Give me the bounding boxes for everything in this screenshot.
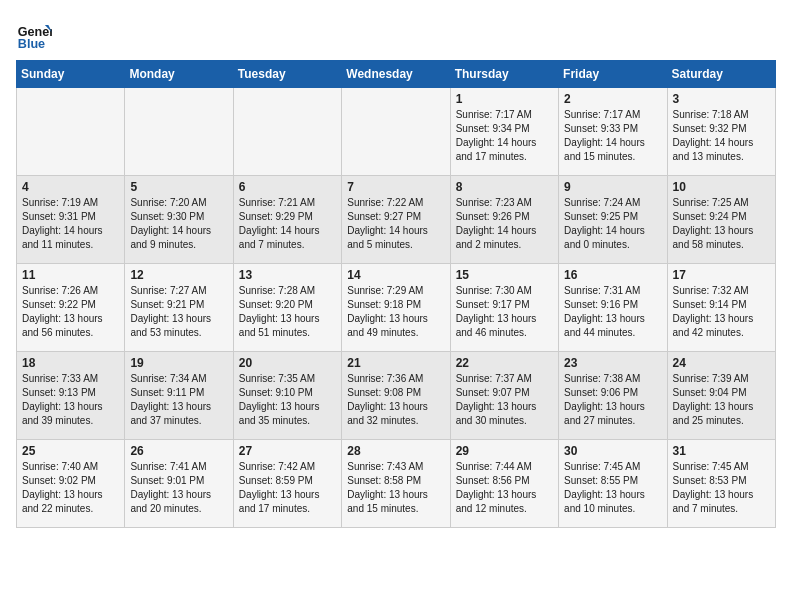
- day-number: 31: [673, 444, 770, 458]
- day-number: 30: [564, 444, 661, 458]
- day-number: 11: [22, 268, 119, 282]
- day-cell: 9Sunrise: 7:24 AM Sunset: 9:25 PM Daylig…: [559, 176, 667, 264]
- calendar-table: SundayMondayTuesdayWednesdayThursdayFrid…: [16, 60, 776, 528]
- day-info: Sunrise: 7:41 AM Sunset: 9:01 PM Dayligh…: [130, 460, 227, 516]
- day-cell: 27Sunrise: 7:42 AM Sunset: 8:59 PM Dayli…: [233, 440, 341, 528]
- day-number: 14: [347, 268, 444, 282]
- day-info: Sunrise: 7:17 AM Sunset: 9:34 PM Dayligh…: [456, 108, 553, 164]
- day-info: Sunrise: 7:21 AM Sunset: 9:29 PM Dayligh…: [239, 196, 336, 252]
- day-cell: 16Sunrise: 7:31 AM Sunset: 9:16 PM Dayli…: [559, 264, 667, 352]
- header-sunday: Sunday: [17, 61, 125, 88]
- week-row-1: 1Sunrise: 7:17 AM Sunset: 9:34 PM Daylig…: [17, 88, 776, 176]
- day-cell: [342, 88, 450, 176]
- day-cell: 10Sunrise: 7:25 AM Sunset: 9:24 PM Dayli…: [667, 176, 775, 264]
- day-cell: 30Sunrise: 7:45 AM Sunset: 8:55 PM Dayli…: [559, 440, 667, 528]
- calendar-header-row: SundayMondayTuesdayWednesdayThursdayFrid…: [17, 61, 776, 88]
- day-cell: 8Sunrise: 7:23 AM Sunset: 9:26 PM Daylig…: [450, 176, 558, 264]
- day-info: Sunrise: 7:30 AM Sunset: 9:17 PM Dayligh…: [456, 284, 553, 340]
- day-number: 25: [22, 444, 119, 458]
- header-tuesday: Tuesday: [233, 61, 341, 88]
- header: General Blue: [16, 16, 776, 52]
- day-info: Sunrise: 7:27 AM Sunset: 9:21 PM Dayligh…: [130, 284, 227, 340]
- day-number: 13: [239, 268, 336, 282]
- day-number: 18: [22, 356, 119, 370]
- day-cell: [17, 88, 125, 176]
- header-wednesday: Wednesday: [342, 61, 450, 88]
- day-info: Sunrise: 7:18 AM Sunset: 9:32 PM Dayligh…: [673, 108, 770, 164]
- day-cell: [125, 88, 233, 176]
- day-number: 28: [347, 444, 444, 458]
- day-cell: 1Sunrise: 7:17 AM Sunset: 9:34 PM Daylig…: [450, 88, 558, 176]
- day-info: Sunrise: 7:31 AM Sunset: 9:16 PM Dayligh…: [564, 284, 661, 340]
- day-cell: 18Sunrise: 7:33 AM Sunset: 9:13 PM Dayli…: [17, 352, 125, 440]
- day-number: 17: [673, 268, 770, 282]
- day-cell: 2Sunrise: 7:17 AM Sunset: 9:33 PM Daylig…: [559, 88, 667, 176]
- day-cell: 23Sunrise: 7:38 AM Sunset: 9:06 PM Dayli…: [559, 352, 667, 440]
- week-row-5: 25Sunrise: 7:40 AM Sunset: 9:02 PM Dayli…: [17, 440, 776, 528]
- day-info: Sunrise: 7:45 AM Sunset: 8:55 PM Dayligh…: [564, 460, 661, 516]
- day-info: Sunrise: 7:43 AM Sunset: 8:58 PM Dayligh…: [347, 460, 444, 516]
- day-cell: 12Sunrise: 7:27 AM Sunset: 9:21 PM Dayli…: [125, 264, 233, 352]
- day-info: Sunrise: 7:25 AM Sunset: 9:24 PM Dayligh…: [673, 196, 770, 252]
- day-number: 6: [239, 180, 336, 194]
- day-cell: 6Sunrise: 7:21 AM Sunset: 9:29 PM Daylig…: [233, 176, 341, 264]
- day-cell: 22Sunrise: 7:37 AM Sunset: 9:07 PM Dayli…: [450, 352, 558, 440]
- week-row-4: 18Sunrise: 7:33 AM Sunset: 9:13 PM Dayli…: [17, 352, 776, 440]
- day-number: 8: [456, 180, 553, 194]
- header-friday: Friday: [559, 61, 667, 88]
- day-info: Sunrise: 7:39 AM Sunset: 9:04 PM Dayligh…: [673, 372, 770, 428]
- logo-icon: General Blue: [16, 16, 52, 52]
- day-cell: 3Sunrise: 7:18 AM Sunset: 9:32 PM Daylig…: [667, 88, 775, 176]
- day-info: Sunrise: 7:36 AM Sunset: 9:08 PM Dayligh…: [347, 372, 444, 428]
- day-cell: 7Sunrise: 7:22 AM Sunset: 9:27 PM Daylig…: [342, 176, 450, 264]
- day-number: 24: [673, 356, 770, 370]
- day-info: Sunrise: 7:24 AM Sunset: 9:25 PM Dayligh…: [564, 196, 661, 252]
- day-number: 20: [239, 356, 336, 370]
- week-row-3: 11Sunrise: 7:26 AM Sunset: 9:22 PM Dayli…: [17, 264, 776, 352]
- day-info: Sunrise: 7:37 AM Sunset: 9:07 PM Dayligh…: [456, 372, 553, 428]
- day-info: Sunrise: 7:26 AM Sunset: 9:22 PM Dayligh…: [22, 284, 119, 340]
- day-info: Sunrise: 7:42 AM Sunset: 8:59 PM Dayligh…: [239, 460, 336, 516]
- day-number: 19: [130, 356, 227, 370]
- day-number: 16: [564, 268, 661, 282]
- day-info: Sunrise: 7:29 AM Sunset: 9:18 PM Dayligh…: [347, 284, 444, 340]
- day-number: 2: [564, 92, 661, 106]
- day-number: 1: [456, 92, 553, 106]
- day-cell: 19Sunrise: 7:34 AM Sunset: 9:11 PM Dayli…: [125, 352, 233, 440]
- header-saturday: Saturday: [667, 61, 775, 88]
- day-info: Sunrise: 7:22 AM Sunset: 9:27 PM Dayligh…: [347, 196, 444, 252]
- day-info: Sunrise: 7:45 AM Sunset: 8:53 PM Dayligh…: [673, 460, 770, 516]
- day-number: 5: [130, 180, 227, 194]
- header-thursday: Thursday: [450, 61, 558, 88]
- day-info: Sunrise: 7:44 AM Sunset: 8:56 PM Dayligh…: [456, 460, 553, 516]
- day-cell: 31Sunrise: 7:45 AM Sunset: 8:53 PM Dayli…: [667, 440, 775, 528]
- logo: General Blue: [16, 16, 52, 52]
- day-cell: 20Sunrise: 7:35 AM Sunset: 9:10 PM Dayli…: [233, 352, 341, 440]
- svg-text:Blue: Blue: [18, 37, 45, 51]
- day-info: Sunrise: 7:38 AM Sunset: 9:06 PM Dayligh…: [564, 372, 661, 428]
- day-cell: 24Sunrise: 7:39 AM Sunset: 9:04 PM Dayli…: [667, 352, 775, 440]
- day-cell: 13Sunrise: 7:28 AM Sunset: 9:20 PM Dayli…: [233, 264, 341, 352]
- day-info: Sunrise: 7:35 AM Sunset: 9:10 PM Dayligh…: [239, 372, 336, 428]
- day-number: 27: [239, 444, 336, 458]
- day-number: 22: [456, 356, 553, 370]
- day-number: 26: [130, 444, 227, 458]
- day-number: 7: [347, 180, 444, 194]
- day-cell: 14Sunrise: 7:29 AM Sunset: 9:18 PM Dayli…: [342, 264, 450, 352]
- day-info: Sunrise: 7:33 AM Sunset: 9:13 PM Dayligh…: [22, 372, 119, 428]
- day-cell: 26Sunrise: 7:41 AM Sunset: 9:01 PM Dayli…: [125, 440, 233, 528]
- day-cell: 29Sunrise: 7:44 AM Sunset: 8:56 PM Dayli…: [450, 440, 558, 528]
- day-info: Sunrise: 7:40 AM Sunset: 9:02 PM Dayligh…: [22, 460, 119, 516]
- day-info: Sunrise: 7:20 AM Sunset: 9:30 PM Dayligh…: [130, 196, 227, 252]
- day-cell: 21Sunrise: 7:36 AM Sunset: 9:08 PM Dayli…: [342, 352, 450, 440]
- day-number: 21: [347, 356, 444, 370]
- day-cell: 5Sunrise: 7:20 AM Sunset: 9:30 PM Daylig…: [125, 176, 233, 264]
- day-info: Sunrise: 7:19 AM Sunset: 9:31 PM Dayligh…: [22, 196, 119, 252]
- day-number: 10: [673, 180, 770, 194]
- day-number: 9: [564, 180, 661, 194]
- day-cell: 15Sunrise: 7:30 AM Sunset: 9:17 PM Dayli…: [450, 264, 558, 352]
- day-info: Sunrise: 7:17 AM Sunset: 9:33 PM Dayligh…: [564, 108, 661, 164]
- day-info: Sunrise: 7:23 AM Sunset: 9:26 PM Dayligh…: [456, 196, 553, 252]
- day-info: Sunrise: 7:34 AM Sunset: 9:11 PM Dayligh…: [130, 372, 227, 428]
- day-cell: 25Sunrise: 7:40 AM Sunset: 9:02 PM Dayli…: [17, 440, 125, 528]
